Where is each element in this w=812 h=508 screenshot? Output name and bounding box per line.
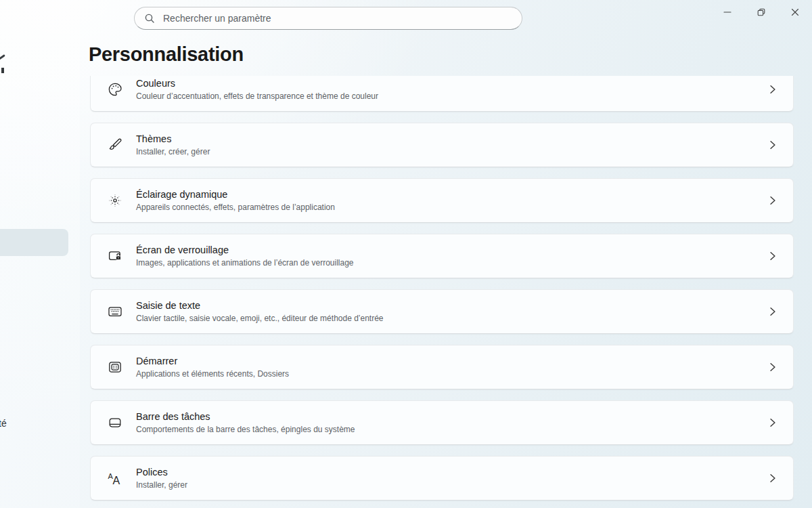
minimize-icon [723,7,732,17]
chevron-right-icon [769,362,777,372]
setting-row-text: Démarrer Applications et éléments récent… [136,354,769,380]
keyboard-icon [108,304,122,319]
setting-row-description: Clavier tactile, saisie vocale, emoji, e… [136,313,769,324]
setting-row-description: Comportements de la barre des tâches, ép… [136,424,769,436]
setting-row-themes[interactable]: Thèmes Installer, créer, gérer [90,123,794,167]
paintbrush-icon [108,137,122,152]
fonts-icon: A A [108,471,122,486]
setting-row-text: Saisie de texte Clavier tactile, saisie … [136,299,769,324]
minimize-button[interactable] [710,0,744,24]
taskbar-icon [108,415,122,430]
chevron-right-icon [769,418,777,427]
setting-row-text: Couleurs Couleur d’accentuation, effets … [136,77,769,102]
setting-row-eclairage-dynamique[interactable]: Éclairage dynamique Appareils connectés,… [90,178,794,223]
setting-row-saisie-texte[interactable]: Saisie de texte Clavier tactile, saisie … [90,289,794,334]
palette-icon [108,82,122,97]
chevron-right-icon [769,140,777,150]
chevron-right-icon [769,251,777,261]
nav-icon-fragment [1,68,4,73]
setting-row-label: Couleurs [136,77,769,90]
setting-row-label: Thèmes [136,132,769,146]
close-icon [790,7,800,17]
setting-row-text: Écran de verrouillage Images, applicatio… [136,243,769,269]
search-icon [144,13,155,24]
setting-row-description: Installer, gérer [136,480,769,491]
settings-search-box[interactable] [134,7,522,30]
chevron-right-icon [769,85,777,94]
setting-row-text: Polices Installer, gérer [136,465,769,491]
nav-label-fragment[interactable]: té [0,418,7,429]
setting-row-description: Installer, créer, gérer [136,146,769,158]
chevron-right-icon [769,473,777,483]
setting-row-ecran-verrouillage[interactable]: Écran de verrouillage Images, applicatio… [90,234,794,278]
setting-row-description: Couleur d’accentuation, effets de transp… [136,91,769,102]
setting-row-label: Écran de verrouillage [136,243,769,257]
window-caption-controls [710,0,812,24]
setting-row-polices[interactable]: A A Polices Installer, gérer [90,456,794,501]
page-title: Personnalisation [89,43,244,66]
setting-row-text: Éclairage dynamique Appareils connectés,… [136,188,769,213]
start-icon [108,360,122,375]
setting-row-description: Images, applications et animations de l’… [136,257,769,269]
setting-row-label: Barre des tâches [136,410,769,423]
setting-row-description: Applications et éléments récents, Dossie… [136,368,769,380]
setting-row-label: Polices [136,465,769,479]
chevron-right-icon [769,307,777,316]
setting-row-demarrer[interactable]: Démarrer Applications et éléments récent… [90,345,794,389]
setting-row-description: Appareils connectés, effets, paramètres … [136,202,769,213]
setting-row-label: Saisie de texte [136,299,769,312]
svg-text:A: A [113,475,120,486]
setting-row-text: Barre des tâches Comportements de la bar… [136,410,769,436]
restore-button[interactable] [744,0,778,24]
nav-selected-item-fragment[interactable] [0,229,68,256]
settings-list: Couleurs Couleur d’accentuation, effets … [90,76,794,508]
restore-icon [757,7,766,17]
setting-row-couleurs[interactable]: Couleurs Couleur d’accentuation, effets … [90,76,794,112]
setting-row-text: Thèmes Installer, créer, gérer [136,132,769,158]
search-input[interactable] [163,13,512,24]
setting-row-label: Éclairage dynamique [136,188,769,201]
setting-row-barre-des-taches[interactable]: Barre des tâches Comportements de la bar… [90,400,794,445]
chevron-right-icon [769,196,777,205]
lock-screen-icon [108,249,122,263]
setting-row-label: Démarrer [136,354,769,368]
dynamic-lighting-icon [108,193,122,208]
close-button[interactable] [778,0,812,24]
